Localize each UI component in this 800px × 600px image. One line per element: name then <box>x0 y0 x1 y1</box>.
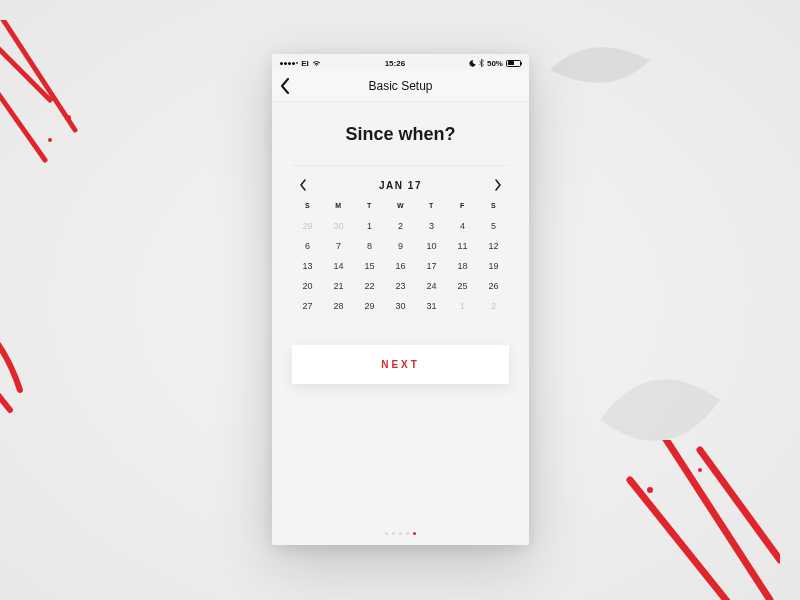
battery-label: 50% <box>487 59 503 68</box>
calendar-day[interactable]: 28 <box>323 301 354 311</box>
svg-point-3 <box>698 468 702 472</box>
calendar-day[interactable]: 18 <box>447 261 478 271</box>
wifi-icon <box>312 60 321 67</box>
pager-dot <box>399 532 402 535</box>
calendar-day[interactable]: 4 <box>447 221 478 231</box>
day-of-week-label: T <box>416 202 447 211</box>
calendar-day[interactable]: 30 <box>385 301 416 311</box>
svg-point-1 <box>48 138 52 142</box>
calendar-day: 30 <box>323 221 354 231</box>
pager-dot <box>413 532 416 535</box>
carrier-label: EI <box>301 59 309 68</box>
calendar-day: 2 <box>478 301 509 311</box>
day-of-week-label: S <box>478 202 509 211</box>
next-button[interactable]: NEXT <box>292 345 509 384</box>
signal-dots-icon <box>280 62 298 65</box>
pager-dot <box>385 532 388 535</box>
calendar-day[interactable]: 2 <box>385 221 416 231</box>
calendar-day[interactable]: 9 <box>385 241 416 251</box>
calendar-day[interactable]: 23 <box>385 281 416 291</box>
calendar-day[interactable]: 7 <box>323 241 354 251</box>
paint-splash-icon <box>600 440 780 600</box>
calendar-day[interactable]: 6 <box>292 241 323 251</box>
day-of-week-label: W <box>385 202 416 211</box>
calendar-day[interactable]: 16 <box>385 261 416 271</box>
calendar-day[interactable]: 19 <box>478 261 509 271</box>
paint-splash-icon <box>0 20 120 180</box>
calendar-day[interactable]: 21 <box>323 281 354 291</box>
paint-splash-icon <box>0 300 70 420</box>
smudge-icon <box>550 30 650 110</box>
calendar-day[interactable]: 17 <box>416 261 447 271</box>
calendar-day[interactable]: 1 <box>354 221 385 231</box>
calendar-day[interactable]: 24 <box>416 281 447 291</box>
calendar-day[interactable]: 12 <box>478 241 509 251</box>
chevron-left-icon <box>280 78 290 94</box>
battery-icon <box>506 60 521 67</box>
calendar-day[interactable]: 8 <box>354 241 385 251</box>
svg-point-2 <box>647 487 653 493</box>
day-of-week-label: F <box>447 202 478 211</box>
calendar-day[interactable]: 26 <box>478 281 509 291</box>
day-of-week-label: S <box>292 202 323 211</box>
next-button-label: NEXT <box>381 359 420 370</box>
calendar-day[interactable]: 15 <box>354 261 385 271</box>
phone-frame: EI 15:26 50% Basic Setup Since when? <box>272 54 529 545</box>
calendar-day[interactable]: 22 <box>354 281 385 291</box>
calendar-day[interactable]: 20 <box>292 281 323 291</box>
calendar-day: 1 <box>447 301 478 311</box>
page-heading: Since when? <box>272 102 529 165</box>
calendar-day[interactable]: 13 <box>292 261 323 271</box>
month-label: JAN 17 <box>379 180 422 191</box>
prev-month-button[interactable] <box>296 178 310 192</box>
page-indicator <box>272 518 529 545</box>
back-button[interactable] <box>280 70 304 102</box>
nav-title: Basic Setup <box>368 79 432 93</box>
smudge-icon <box>600 360 720 460</box>
calendar-day[interactable]: 31 <box>416 301 447 311</box>
status-bar: EI 15:26 50% <box>272 54 529 70</box>
svg-point-0 <box>65 115 71 121</box>
calendar-day: 29 <box>292 221 323 231</box>
next-month-button[interactable] <box>491 178 505 192</box>
calendar-day[interactable]: 25 <box>447 281 478 291</box>
calendar: JAN 17 SMTWTFS29301234567891011121314151… <box>292 165 509 319</box>
day-of-week-label: M <box>323 202 354 211</box>
bluetooth-icon <box>479 59 484 67</box>
calendar-day[interactable]: 11 <box>447 241 478 251</box>
moon-icon <box>469 60 476 67</box>
calendar-day[interactable]: 5 <box>478 221 509 231</box>
calendar-day[interactable]: 10 <box>416 241 447 251</box>
calendar-day[interactable]: 14 <box>323 261 354 271</box>
nav-bar: Basic Setup <box>272 70 529 102</box>
calendar-day[interactable]: 29 <box>354 301 385 311</box>
pager-dot <box>392 532 395 535</box>
chevron-left-icon <box>299 179 307 191</box>
calendar-day[interactable]: 27 <box>292 301 323 311</box>
status-time: 15:26 <box>385 59 405 68</box>
chevron-right-icon <box>494 179 502 191</box>
pager-dot <box>406 532 409 535</box>
calendar-day[interactable]: 3 <box>416 221 447 231</box>
day-of-week-label: T <box>354 202 385 211</box>
